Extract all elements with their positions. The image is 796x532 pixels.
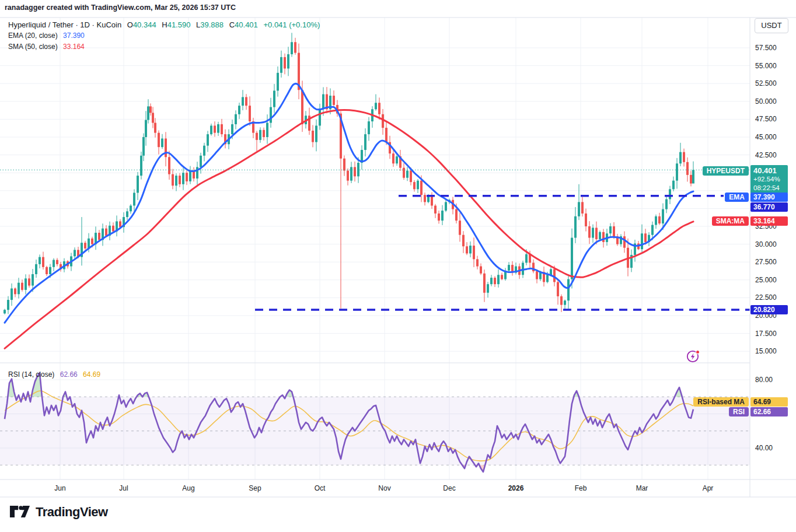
last-price-value: 40.401 (753, 166, 785, 175)
rsi-legend-label: RSI (14, close) (8, 370, 54, 379)
ema-tag: EMA (725, 192, 749, 202)
price-tick-label: 52.500 (755, 79, 777, 88)
last-price-change: +92.54% (753, 175, 785, 184)
sma-legend-value: 33.164 (63, 43, 85, 51)
ohlc-c-label: C (229, 20, 235, 29)
sma-legend-row[interactable]: SMA (50, close) 33.164 (8, 42, 320, 52)
ema-value-badge: 37.390 (750, 192, 788, 202)
last-price-badge: 40.401 +92.54% 08:22:54 (750, 165, 788, 194)
rsi-legend-value: 62.66 (60, 370, 78, 379)
symbol-price-tag: HYPEUSDT (703, 166, 749, 176)
chart-legend: Hyperliquid / Tether · 1D · KuCoin O40.3… (8, 20, 320, 52)
tradingview-chart-page: ranadagger created with TradingView.com,… (0, 0, 796, 532)
tradingview-logo[interactable]: TradingView (9, 504, 108, 520)
month-label: Oct (315, 484, 326, 492)
price-tick-label: 25.000 (755, 276, 777, 284)
ohlc-o-label: O (127, 20, 133, 29)
ohlc-c-value: 40.401 (235, 20, 258, 29)
price-tick-label: 22.500 (755, 293, 777, 302)
tradingview-logo-text: TradingView (36, 505, 108, 520)
currency-toggle-button[interactable]: USDT (755, 18, 788, 33)
symbol-legend-row[interactable]: Hyperliquid / Tether · 1D · KuCoin O40.3… (8, 20, 320, 30)
ema-legend-label: EMA (20, close) (8, 32, 58, 40)
resistance-level-badge: 36.770 (750, 202, 788, 212)
tradingview-logo-icon (9, 504, 30, 520)
price-tick-label: 50.000 (755, 97, 777, 106)
rsi-ma-tag: RSI-based MA (693, 397, 749, 407)
price-tick-label: 42.500 (755, 151, 777, 159)
rsi-ma-legend-value: 64.69 (83, 370, 100, 379)
month-label: 2026 (508, 484, 524, 492)
month-label: Jun (54, 484, 65, 492)
ohlc-h-value: 41.590 (167, 20, 191, 29)
ohlc-h-label: H (162, 20, 167, 29)
symbol-title: Hyperliquid / Tether · 1D · KuCoin (8, 20, 121, 29)
month-label: Feb (575, 484, 587, 492)
price-tick-label: 27.500 (755, 258, 777, 266)
ohlc-l-value: 39.888 (200, 20, 224, 29)
price-tick-label: 47.500 (755, 115, 777, 123)
rsi-tick-label: 80.00 (755, 376, 773, 384)
rsi-ma-value-badge: 64.69 (750, 397, 788, 407)
ohlc-change: +0.041 (+0.10%) (263, 20, 320, 29)
price-tick-label: 57.500 (755, 44, 777, 52)
ohlc-o-value: 40.344 (133, 20, 156, 29)
price-tick-label: 30.000 (755, 240, 777, 249)
lightning-icon (685, 348, 701, 365)
rsi-legend-row[interactable]: RSI (14, close) 62.66 64.69 (8, 370, 100, 379)
price-tick-label: 55.000 (755, 62, 777, 70)
price-tick-label: 15.000 (755, 347, 777, 355)
month-label: Apr (703, 484, 714, 492)
month-label: Dec (443, 484, 455, 492)
last-price-countdown: 08:22:54 (753, 184, 785, 192)
rsi-tick-label: 40.00 (755, 444, 773, 452)
month-label: Jul (119, 484, 128, 492)
month-label: Mar (636, 484, 648, 492)
month-label: Nov (378, 484, 390, 492)
rsi-tag: RSI (729, 407, 749, 416)
price-tick-label: 45.000 (755, 133, 777, 141)
support-level-badge: 20.820 (750, 305, 788, 314)
quick-action-button[interactable] (685, 348, 701, 365)
month-label: Aug (182, 484, 194, 492)
sma-legend-label: SMA (50, close) (8, 43, 58, 51)
month-label: Sep (249, 484, 261, 492)
sma-tag: SMA:MA (712, 216, 749, 226)
rsi-value-badge: 62.66 (750, 407, 788, 416)
price-tick-label: 17.500 (755, 330, 777, 338)
ema-legend-value: 37.390 (63, 32, 85, 40)
ema-legend-row[interactable]: EMA (20, close) 37.390 (8, 31, 320, 41)
sma-value-badge: 33.164 (750, 216, 788, 226)
attribution-text: ranadagger created with TradingView.com,… (5, 4, 236, 12)
candlestick-chart[interactable] (0, 0, 796, 532)
